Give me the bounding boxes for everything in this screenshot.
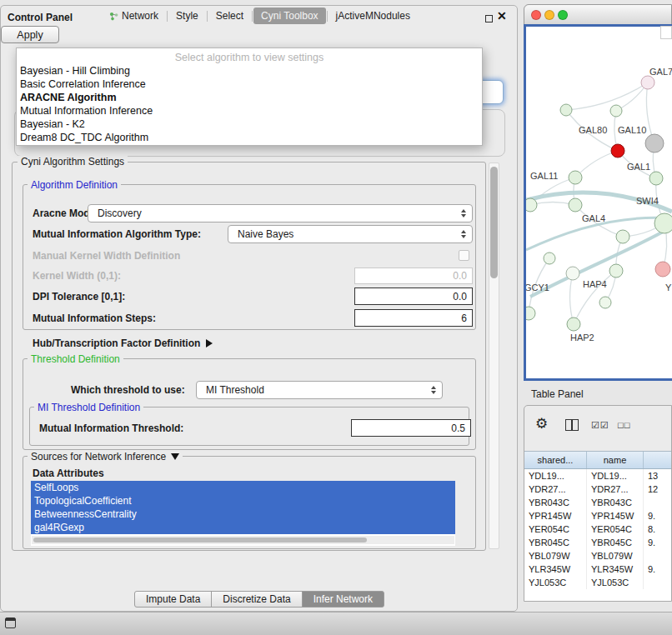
bottom-tab-impute-data[interactable]: Impute Data bbox=[134, 591, 212, 608]
network-node[interactable] bbox=[569, 198, 582, 212]
tab-style[interactable]: Style bbox=[168, 8, 206, 24]
dropdown-item[interactable]: Mutual Information Inference bbox=[17, 104, 482, 118]
table-cell: YJL053C bbox=[524, 576, 587, 589]
close-icon[interactable]: ✕ bbox=[497, 9, 507, 22]
tab-cyni-toolbox[interactable]: Cyni Toolbox bbox=[253, 8, 325, 24]
table-row[interactable]: YLR345WYLR345W9. bbox=[524, 562, 672, 576]
bottom-tab-discretize-data[interactable]: Discretize Data bbox=[211, 591, 302, 608]
table-row[interactable]: YDL19...YDL19...13 bbox=[524, 469, 672, 482]
tab-separator bbox=[252, 11, 253, 22]
float-window-icon[interactable] bbox=[485, 15, 493, 22]
dpi-tolerance-field[interactable]: 0.0 bbox=[354, 288, 473, 305]
apply-button[interactable]: Apply bbox=[1, 26, 59, 43]
aracne-mode-value: Discovery bbox=[98, 208, 142, 219]
network-graph[interactable]: GAL7GAL80GAL10GAL11GAL1SWI4GAL4GCY1HAP4H… bbox=[526, 27, 672, 378]
gear-icon[interactable]: ⚙ bbox=[535, 415, 548, 432]
mi-steps-field[interactable]: 6 bbox=[354, 309, 473, 327]
node-label: GAL80 bbox=[579, 125, 607, 135]
tab-select[interactable]: Select bbox=[208, 8, 251, 24]
table-row[interactable]: YBL079WYBL079W bbox=[524, 549, 672, 562]
network-edge[interactable] bbox=[575, 151, 618, 178]
zoom-traffic-light-icon[interactable] bbox=[558, 10, 568, 20]
attribute-item[interactable]: gal4RGexp bbox=[31, 521, 455, 534]
network-node[interactable] bbox=[599, 297, 611, 308]
tab-network[interactable]: Network bbox=[102, 8, 166, 24]
network-edge[interactable] bbox=[566, 82, 648, 110]
mi-algorithm-type-select[interactable]: Naive Bayes bbox=[228, 225, 473, 243]
network-node[interactable] bbox=[611, 144, 624, 158]
tab-jactivemnodules[interactable]: jActiveMNodules bbox=[328, 8, 418, 24]
dropdown-item[interactable]: Bayesian - Hill Climbing bbox=[17, 64, 482, 78]
close-traffic-light-icon[interactable] bbox=[531, 10, 541, 20]
attributes-horizontal-scrollbar[interactable] bbox=[32, 536, 454, 544]
dropdown-item[interactable]: ARACNE Algorithm bbox=[17, 91, 482, 104]
mi-threshold-field[interactable]: 0.5 bbox=[351, 419, 471, 437]
canvas-scrollbar-corner[interactable] bbox=[660, 26, 672, 39]
table-row[interactable]: YBR045CYBR045C9. bbox=[524, 536, 672, 549]
table-cell: YBR043C bbox=[587, 496, 644, 509]
table-cell: YDL19... bbox=[587, 469, 644, 482]
table-cell: YDL19... bbox=[524, 469, 587, 482]
network-node[interactable] bbox=[641, 76, 654, 89]
deselect-all-icon[interactable]: □□ bbox=[618, 420, 630, 430]
scrollbar-thumb[interactable] bbox=[490, 167, 498, 278]
network-node[interactable] bbox=[616, 230, 629, 243]
node-label: GAL10 bbox=[618, 125, 646, 135]
attribute-item[interactable]: TopologicalCoefficient bbox=[31, 494, 455, 508]
table-row[interactable]: YBR043CYBR043C bbox=[524, 496, 672, 509]
table-row[interactable]: YPR145WYPR145W9. bbox=[524, 509, 672, 522]
aracne-mode-select[interactable]: Discovery bbox=[88, 204, 473, 222]
network-node[interactable] bbox=[526, 307, 535, 320]
expand-arrow-icon[interactable] bbox=[206, 339, 213, 348]
collapse-arrow-icon[interactable] bbox=[171, 453, 179, 460]
select-all-icon[interactable]: ☑☑ bbox=[591, 420, 609, 431]
mi-threshold-label: Mutual Information Threshold: bbox=[39, 419, 183, 438]
network-edge[interactable] bbox=[570, 273, 574, 324]
table-row[interactable]: YER054CYER054C8. bbox=[524, 522, 672, 536]
dropdown-item[interactable]: Basic Correlation Inference bbox=[17, 78, 482, 91]
hub-transcription-factor-section[interactable]: Hub/Transcription Factor Definition bbox=[33, 336, 213, 351]
sources-title[interactable]: Sources for Network Inference bbox=[28, 451, 183, 462]
network-node[interactable] bbox=[569, 171, 582, 184]
network-node[interactable] bbox=[526, 198, 537, 212]
table-cell: YBL079W bbox=[587, 549, 644, 562]
attribute-item[interactable]: BetweennessCentrality bbox=[31, 508, 455, 521]
mi-steps-value: 6 bbox=[461, 312, 467, 324]
algorithm-definition-title: Algorithm Definition bbox=[28, 179, 121, 191]
network-node[interactable] bbox=[654, 213, 672, 233]
network-node[interactable] bbox=[544, 252, 555, 264]
stepper-arrows-icon bbox=[461, 205, 466, 222]
column-header[interactable]: name bbox=[587, 452, 644, 468]
table-row[interactable]: YDR27...YDR27...12 bbox=[524, 482, 672, 496]
node-label: SWI4 bbox=[636, 196, 659, 206]
dropdown-item[interactable]: Bayesian - K2 bbox=[17, 118, 482, 131]
stepper-arrows-icon bbox=[431, 382, 436, 398]
tab-label: Select bbox=[216, 10, 243, 22]
network-node[interactable] bbox=[609, 264, 623, 278]
restore-panel-icon[interactable] bbox=[5, 618, 16, 628]
scrollbar-thumb[interactable] bbox=[33, 538, 367, 542]
table-cell: YPR145W bbox=[587, 509, 644, 522]
table-cell: YBR045C bbox=[587, 536, 644, 549]
which-threshold-select[interactable]: MI Threshold bbox=[196, 381, 443, 399]
kernel-width-field[interactable]: 0.0 bbox=[354, 268, 473, 284]
network-node[interactable] bbox=[610, 105, 622, 117]
minimize-traffic-light-icon[interactable] bbox=[544, 10, 554, 20]
table-cell: YER054C bbox=[587, 522, 644, 536]
network-node[interactable] bbox=[567, 318, 580, 331]
network-node[interactable] bbox=[566, 267, 579, 280]
network-window-titlebar[interactable] bbox=[524, 5, 671, 25]
network-node[interactable] bbox=[560, 104, 572, 116]
table-row[interactable]: YJL053CYJL053C bbox=[524, 576, 672, 589]
bottom-tab-infer-network[interactable]: Infer Network bbox=[302, 591, 384, 608]
column-layout-icon[interactable] bbox=[565, 419, 579, 431]
network-node[interactable] bbox=[655, 262, 670, 277]
network-node[interactable] bbox=[649, 172, 663, 185]
dropdown-item[interactable]: Dream8 DC_TDC Algorithm bbox=[17, 131, 482, 144]
attribute-item[interactable]: SelfLoops bbox=[31, 481, 455, 494]
column-header[interactable] bbox=[644, 452, 672, 468]
table-header-row: shared...name bbox=[524, 451, 672, 469]
manual-kernel-width-checkbox[interactable] bbox=[459, 250, 469, 261]
column-header[interactable]: shared... bbox=[524, 452, 587, 468]
network-node[interactable] bbox=[645, 134, 664, 152]
